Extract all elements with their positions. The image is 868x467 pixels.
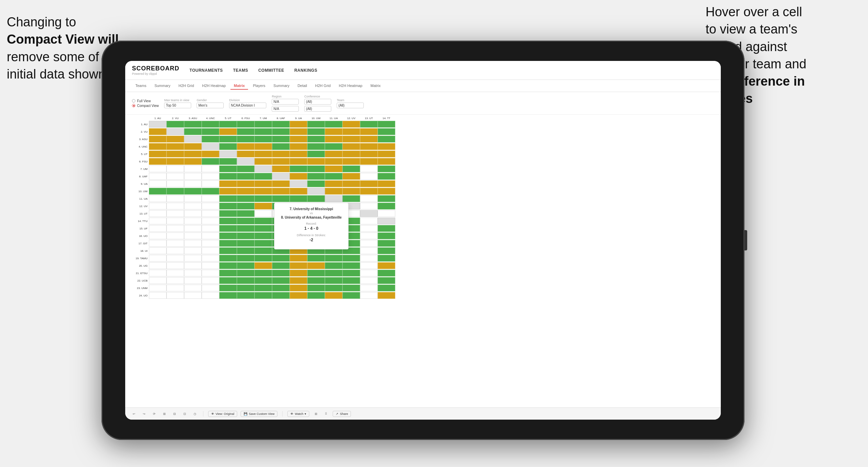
matrix-cell[interactable] bbox=[237, 188, 254, 195]
matrix-cell[interactable] bbox=[290, 128, 307, 135]
matrix-cell[interactable] bbox=[360, 136, 378, 142]
matrix-cell[interactable] bbox=[149, 247, 166, 254]
matrix-cell[interactable] bbox=[219, 255, 237, 262]
matrix-cell[interactable] bbox=[342, 285, 360, 291]
matrix-cell[interactable] bbox=[184, 232, 202, 239]
matrix-cell[interactable] bbox=[202, 143, 219, 150]
matrix-cell[interactable] bbox=[166, 232, 184, 239]
matrix-cell[interactable] bbox=[360, 203, 378, 209]
matrix-cell[interactable] bbox=[202, 203, 219, 209]
matrix-cell[interactable] bbox=[325, 195, 342, 202]
matrix-cell[interactable] bbox=[237, 203, 254, 209]
matrix-cell[interactable] bbox=[149, 165, 166, 172]
matrix-cell[interactable] bbox=[219, 203, 237, 209]
matrix-cell[interactable] bbox=[325, 136, 342, 142]
matrix-cell[interactable] bbox=[202, 195, 219, 202]
matrix-cell[interactable] bbox=[202, 218, 219, 224]
matrix-cell[interactable] bbox=[254, 173, 272, 180]
matrix-cell[interactable] bbox=[307, 121, 325, 128]
matrix-cell[interactable] bbox=[254, 180, 272, 187]
filter-gender-select[interactable]: Men's bbox=[197, 103, 224, 108]
matrix-cell[interactable] bbox=[202, 121, 219, 128]
matrix-cell[interactable] bbox=[290, 255, 307, 262]
matrix-cell[interactable] bbox=[342, 195, 360, 202]
matrix-cell[interactable] bbox=[219, 247, 237, 254]
matrix-cell[interactable] bbox=[360, 128, 378, 135]
matrix-cell[interactable] bbox=[149, 143, 166, 150]
matrix-cell[interactable] bbox=[360, 225, 378, 232]
matrix-cell[interactable] bbox=[272, 121, 290, 128]
matrix-cell[interactable] bbox=[202, 240, 219, 247]
matrix-cell[interactable] bbox=[360, 151, 378, 157]
matrix-cell[interactable] bbox=[378, 128, 395, 135]
matrix-cell[interactable] bbox=[378, 165, 395, 172]
matrix-cell[interactable] bbox=[254, 195, 272, 202]
matrix-cell[interactable] bbox=[290, 277, 307, 284]
matrix-cell[interactable] bbox=[166, 151, 184, 157]
matrix-cell[interactable] bbox=[272, 262, 290, 269]
matrix-cell[interactable] bbox=[378, 151, 395, 157]
matrix-cell[interactable] bbox=[378, 180, 395, 187]
matrix-cell[interactable] bbox=[219, 121, 237, 128]
matrix-cell[interactable] bbox=[149, 158, 166, 165]
matrix-cell[interactable] bbox=[325, 173, 342, 180]
matrix-cell[interactable] bbox=[237, 225, 254, 232]
matrix-cell[interactable] bbox=[272, 151, 290, 157]
matrix-cell[interactable] bbox=[219, 277, 237, 284]
matrix-cell[interactable] bbox=[254, 158, 272, 165]
matrix-cell[interactable] bbox=[237, 232, 254, 239]
matrix-cell[interactable] bbox=[342, 158, 360, 165]
matrix-cell[interactable] bbox=[378, 240, 395, 247]
matrix-cell[interactable] bbox=[254, 136, 272, 142]
matrix-cell[interactable] bbox=[219, 270, 237, 276]
matrix-cell[interactable] bbox=[149, 151, 166, 157]
toolbar-zoom-in[interactable]: ⊞ bbox=[161, 411, 168, 417]
matrix-cell[interactable] bbox=[342, 270, 360, 276]
matrix-cell[interactable] bbox=[342, 255, 360, 262]
matrix-cell[interactable] bbox=[202, 158, 219, 165]
matrix-cell[interactable] bbox=[342, 136, 360, 142]
matrix-cell[interactable] bbox=[166, 128, 184, 135]
toolbar-share[interactable]: ↗ Share bbox=[333, 411, 351, 417]
matrix-cell[interactable] bbox=[378, 270, 395, 276]
matrix-cell[interactable] bbox=[202, 270, 219, 276]
matrix-cell[interactable] bbox=[254, 240, 272, 247]
matrix-cell[interactable] bbox=[378, 121, 395, 128]
filter-region-select[interactable]: N/A bbox=[272, 99, 299, 105]
matrix-cell[interactable] bbox=[184, 210, 202, 217]
matrix-cell[interactable] bbox=[342, 128, 360, 135]
matrix-cell[interactable] bbox=[149, 173, 166, 180]
matrix-cell[interactable] bbox=[184, 247, 202, 254]
matrix-cell[interactable] bbox=[184, 240, 202, 247]
matrix-cell[interactable] bbox=[149, 195, 166, 202]
matrix-cell[interactable] bbox=[342, 262, 360, 269]
matrix-cell[interactable] bbox=[272, 255, 290, 262]
tab-detail[interactable]: Detail bbox=[294, 82, 310, 90]
matrix-cell[interactable] bbox=[272, 270, 290, 276]
matrix-cell[interactable] bbox=[254, 151, 272, 157]
matrix-cell[interactable] bbox=[166, 165, 184, 172]
matrix-cell[interactable] bbox=[184, 136, 202, 142]
matrix-cell[interactable] bbox=[254, 121, 272, 128]
toolbar-redo[interactable]: ↪ bbox=[141, 411, 148, 417]
nav-rankings[interactable]: RANKINGS bbox=[294, 68, 317, 73]
matrix-cell[interactable] bbox=[378, 203, 395, 209]
nav-committee[interactable]: COMMITTEE bbox=[258, 68, 284, 73]
filter-conference-select[interactable]: (All) bbox=[304, 99, 331, 105]
matrix-cell[interactable] bbox=[290, 165, 307, 172]
matrix-cell[interactable] bbox=[219, 232, 237, 239]
matrix-cell[interactable] bbox=[219, 173, 237, 180]
matrix-cell[interactable] bbox=[360, 270, 378, 276]
matrix-cell[interactable] bbox=[254, 210, 272, 217]
matrix-cell[interactable] bbox=[184, 277, 202, 284]
radio-compact-view[interactable]: Compact View bbox=[132, 104, 159, 108]
matrix-cell[interactable] bbox=[307, 277, 325, 284]
matrix-cell[interactable] bbox=[219, 180, 237, 187]
matrix-cell[interactable] bbox=[184, 158, 202, 165]
matrix-cell[interactable] bbox=[149, 285, 166, 291]
matrix-cell[interactable] bbox=[307, 143, 325, 150]
matrix-cell[interactable] bbox=[184, 285, 202, 291]
matrix-cell[interactable] bbox=[378, 255, 395, 262]
matrix-cell[interactable] bbox=[237, 173, 254, 180]
matrix-cell[interactable] bbox=[307, 285, 325, 291]
